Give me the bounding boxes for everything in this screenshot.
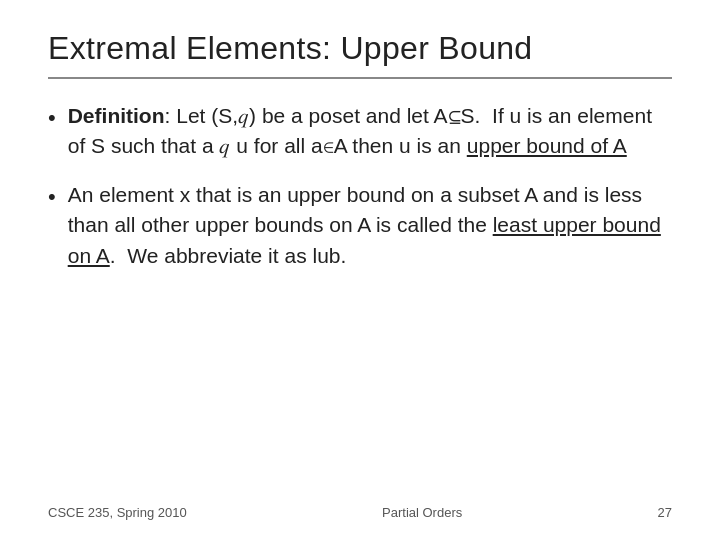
title-area: Extremal Elements: Upper Bound bbox=[48, 30, 672, 79]
footer-right: 27 bbox=[658, 505, 672, 520]
slide: Extremal Elements: Upper Bound • Definit… bbox=[0, 0, 720, 540]
footer-left: CSCE 235, Spring 2010 bbox=[48, 505, 187, 520]
slide-title: Extremal Elements: Upper Bound bbox=[48, 30, 672, 67]
least-upper-bound-phrase: least upper bound on A bbox=[68, 213, 661, 266]
list-item: • Definition: Let (S,𝑞) be a poset and l… bbox=[48, 101, 672, 162]
slide-content: • Definition: Let (S,𝑞) be a poset and l… bbox=[48, 97, 672, 497]
definition-label: Definition bbox=[68, 104, 165, 127]
slide-footer: CSCE 235, Spring 2010 Partial Orders 27 bbox=[48, 497, 672, 520]
bullet-dot-2: • bbox=[48, 182, 56, 213]
bullet-text-1: Definition: Let (S,𝑞) be a poset and let… bbox=[68, 101, 672, 162]
list-item: • An element x that is an upper bound on… bbox=[48, 180, 672, 271]
footer-center: Partial Orders bbox=[382, 505, 462, 520]
bullet-text-2: An element x that is an upper bound on a… bbox=[68, 180, 672, 271]
bullet-dot-1: • bbox=[48, 103, 56, 134]
upper-bound-of-a-phrase: upper bound of A bbox=[467, 134, 627, 157]
